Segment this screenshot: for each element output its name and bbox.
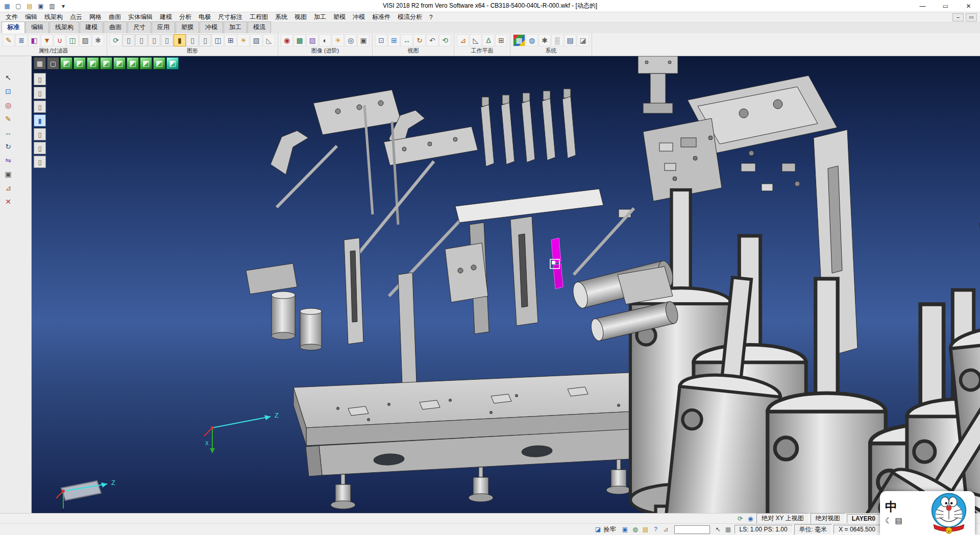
- tab-die[interactable]: 冲模: [200, 21, 223, 33]
- properties-icon[interactable]: ▨: [79, 34, 91, 46]
- notes-panel-icon[interactable]: ▯: [34, 156, 46, 168]
- refresh-view-icon[interactable]: ⟲: [439, 34, 451, 46]
- lights-icon[interactable]: ☀: [237, 34, 250, 46]
- status-absolute-view[interactable]: 绝对视图: [811, 513, 845, 524]
- tab-dimension[interactable]: 尺寸: [128, 21, 151, 33]
- snap-point-icon[interactable]: ◎: [2, 99, 14, 111]
- menu-item-16[interactable]: 冲模: [349, 12, 369, 22]
- menu-item-14[interactable]: 加工: [310, 12, 330, 22]
- menu-item-7[interactable]: 建模: [156, 12, 176, 22]
- menu-item-6[interactable]: 实体编辑: [125, 12, 156, 22]
- world-icon[interactable]: ◍: [631, 525, 640, 533]
- ruler-icon[interactable]: ⊿: [662, 525, 671, 533]
- textures-icon[interactable]: ▨: [306, 34, 318, 46]
- rotate-view-icon[interactable]: ↻: [413, 34, 426, 46]
- status-coordinate[interactable]: X = 0645.500: [834, 525, 880, 534]
- shadows-icon[interactable]: ◐: [319, 34, 331, 46]
- clip-plane-icon[interactable]: ◺: [263, 34, 275, 46]
- hidden-line-mode-icon[interactable]: ▯: [135, 34, 148, 46]
- maximize-button[interactable]: ▭: [934, 0, 957, 12]
- shaded-edges-mode-icon[interactable]: ▯: [161, 34, 173, 46]
- menu-item-18[interactable]: 模流分析: [394, 12, 426, 22]
- customize-dropdown-icon[interactable]: ▾: [58, 2, 68, 11]
- ime-panel[interactable]: 中 ☾ ▤: [880, 491, 975, 535]
- section-view-icon[interactable]: ▯: [199, 34, 211, 46]
- cad-assembly[interactable]: Z X Z: [56, 56, 980, 513]
- refresh-status-icon[interactable]: ⟳: [736, 515, 745, 523]
- tab-surface[interactable]: 曲面: [104, 21, 127, 33]
- mdi-restore-button[interactable]: ▭: [966, 13, 977, 21]
- minimize-button[interactable]: —: [911, 0, 934, 12]
- screenshot-icon[interactable]: ▣: [357, 34, 370, 46]
- world-settings-icon[interactable]: ◍: [526, 34, 538, 46]
- tab-edit[interactable]: 编辑: [26, 21, 49, 33]
- view-iso-icon[interactable]: ◩: [60, 57, 72, 69]
- tab-modeling[interactable]: 建模: [80, 21, 103, 33]
- history-panel-icon[interactable]: ▯: [34, 128, 46, 140]
- filter-settings-icon[interactable]: ✱: [92, 34, 104, 46]
- grid-snap-icon[interactable]: ▦: [724, 525, 733, 533]
- menu-item-2[interactable]: 线架构: [41, 12, 66, 22]
- selection-panel-icon[interactable]: ▮: [34, 114, 46, 127]
- transparency-icon[interactable]: ▯: [186, 34, 199, 46]
- view-front-icon[interactable]: ◩: [87, 57, 99, 69]
- select-window-icon[interactable]: ⊡: [2, 85, 14, 98]
- menu-item-17[interactable]: 标准件: [369, 12, 394, 22]
- status-view-mode[interactable]: 绝对 XY 上视图: [756, 513, 808, 524]
- menu-item-8[interactable]: 分析: [176, 12, 195, 22]
- snap-lock-icon[interactable]: ◪: [594, 525, 603, 533]
- clamp-hook-arm[interactable]: [271, 131, 308, 175]
- move-icon[interactable]: ↔: [2, 127, 14, 139]
- copy-icon[interactable]: ▣: [2, 168, 14, 180]
- help-icon[interactable]: ?: [651, 525, 660, 533]
- clamp-cylinder-large[interactable]: [272, 291, 322, 350]
- new-file-icon[interactable]: ▢: [13, 2, 23, 11]
- menu-item-11[interactable]: 工程图: [246, 12, 272, 22]
- search-icon[interactable]: ◉: [746, 515, 755, 523]
- status-scale[interactable]: LS: 1.00 PS: 1.00: [734, 525, 793, 534]
- sketch-icon[interactable]: ✎: [2, 113, 14, 125]
- status-units[interactable]: 单位: 毫米: [794, 524, 832, 535]
- folder-icon[interactable]: ▤: [641, 525, 650, 533]
- tab-standard[interactable]: 标准: [2, 21, 25, 33]
- render-image-icon[interactable]: ◉: [281, 34, 293, 46]
- rotate-icon[interactable]: ↻: [2, 140, 14, 153]
- app-icon[interactable]: ▦: [2, 2, 12, 11]
- pan-icon[interactable]: ↔: [401, 34, 413, 46]
- grid-settings-icon[interactable]: ▒: [551, 34, 564, 46]
- status-layer[interactable]: LAYER0: [847, 514, 880, 523]
- materials-icon[interactable]: ▩: [293, 34, 306, 46]
- tab-molding[interactable]: 塑膜: [176, 21, 199, 33]
- ime-language-indicator[interactable]: 中: [885, 501, 902, 513]
- view-right-icon[interactable]: ◩: [127, 57, 139, 69]
- calculator-icon[interactable]: ▤: [564, 34, 576, 46]
- menu-item-4[interactable]: 网格: [86, 12, 105, 22]
- multi-window-icon[interactable]: ⊞: [225, 34, 237, 46]
- viewport-layout-icon[interactable]: ▦: [34, 57, 46, 69]
- color-filter-icon[interactable]: ◧: [28, 34, 40, 46]
- redraw-icon[interactable]: ⟳: [110, 34, 122, 46]
- menu-item-9[interactable]: 电极: [195, 12, 214, 22]
- layers-panel-icon[interactable]: ▯: [34, 87, 46, 99]
- image-toggle-icon[interactable]: ▣: [621, 525, 630, 533]
- section-icon[interactable]: ◪: [577, 34, 589, 46]
- tab-flow[interactable]: 模流: [248, 21, 271, 33]
- menu-item-12[interactable]: 系统: [272, 12, 291, 22]
- workplane-standard-icon[interactable]: ⊿: [457, 34, 469, 46]
- close-button[interactable]: ✕: [957, 0, 980, 12]
- menu-item-19[interactable]: ?: [426, 13, 436, 22]
- render-mode-icon[interactable]: ▮: [174, 34, 186, 46]
- cursor-icon[interactable]: ↖: [714, 525, 723, 533]
- menu-item-3[interactable]: 点云: [66, 12, 86, 22]
- ime-halfwidth-icon[interactable]: ☾: [885, 516, 892, 525]
- views-panel-icon[interactable]: ▯: [34, 142, 46, 154]
- menu-item-15[interactable]: 塑模: [330, 12, 349, 22]
- snap-lock-label[interactable]: 拴牢: [603, 525, 619, 534]
- menu-item-13[interactable]: 视图: [291, 12, 310, 22]
- previous-view-icon[interactable]: ↶: [426, 34, 438, 46]
- layer-manager-icon[interactable]: ≣: [15, 34, 28, 46]
- view-axonometric-icon[interactable]: ◩: [153, 57, 165, 69]
- tab-machining[interactable]: 加工: [224, 21, 247, 33]
- comb-plates[interactable]: [481, 89, 576, 166]
- menu-item-0[interactable]: 文件: [2, 12, 21, 22]
